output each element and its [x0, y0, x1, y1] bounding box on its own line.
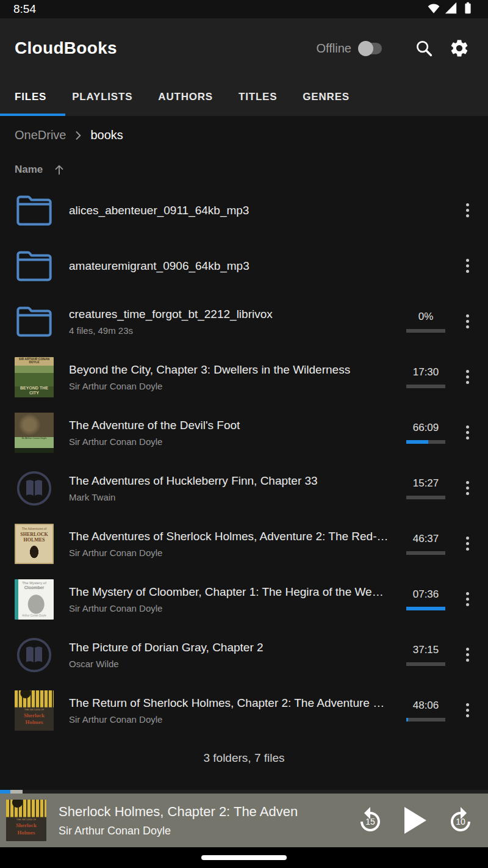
item-progress-area: 15:27: [406, 477, 445, 499]
mini-player[interactable]: THE RETURN OF Sherlock Holmes Sherlock H…: [0, 794, 488, 847]
tab-authors[interactable]: AUTHORS: [158, 91, 213, 103]
kebab-dot: [466, 209, 469, 212]
item-duration: 66:09: [413, 422, 439, 434]
item-title: creatures_time_forgot_bt_2212_librivox: [69, 308, 400, 321]
item-info: The Mystery of Cloomber, Chapter 1: The …: [69, 585, 400, 613]
item-info: The Return of Sherlock Holmes, Chapter 2…: [69, 696, 400, 725]
breadcrumb-root[interactable]: OneDrive: [15, 128, 66, 142]
home-indicator[interactable]: [201, 855, 287, 860]
audio-file-row[interactable]: THE RETURN OFSherlockHolmesThe Return of…: [0, 682, 488, 738]
file-list-panel: OneDrive books Name alices_abenteuer_091…: [0, 116, 488, 790]
item-subtitle: 4 files, 49m 23s: [69, 325, 400, 336]
item-progress-area: 37:15: [406, 644, 445, 666]
forward-10-button[interactable]: 10: [438, 801, 483, 840]
cover-text: THE RETURN OF: [6, 819, 46, 822]
cover-text: BEYOND THE CITY: [15, 386, 54, 396]
folder-icon: [15, 302, 54, 342]
item-subtitle: Mark Twain: [69, 492, 400, 502]
item-subtitle: Sir Arthur Conan Doyle: [69, 714, 400, 725]
item-menu-button[interactable]: [454, 524, 481, 563]
cover-text: SHERLOCK: [15, 532, 54, 537]
cellular-signal-icon: [444, 1, 458, 17]
toggle-thumb: [358, 41, 373, 56]
item-subtitle: Sir Arthur Conan Doyle: [69, 603, 400, 613]
item-menu-button[interactable]: [454, 247, 481, 286]
item-info: The Adventures of Huckleberry Finn, Chap…: [69, 474, 400, 502]
folder-row[interactable]: creatures_time_forgot_bt_2212_librivox4 …: [0, 294, 488, 349]
item-progress-area: 0%: [406, 311, 445, 333]
player-progress-fill: [0, 790, 10, 794]
kebab-dot: [466, 714, 469, 717]
tab-files[interactable]: FILES: [15, 91, 46, 103]
item-menu-button[interactable]: [454, 191, 481, 230]
breadcrumb-current[interactable]: books: [90, 128, 123, 142]
kebab-dot: [466, 325, 469, 328]
kebab-dot: [466, 548, 469, 551]
item-title: amateuremigrant_0906_64kb_mp3: [69, 259, 400, 273]
play-icon: [404, 807, 426, 834]
audio-file-row[interactable]: SIR ARTHUR CONAN DOYLEBEYOND THE CITYBey…: [0, 349, 488, 405]
kebab-dot: [466, 481, 469, 484]
audio-file-row[interactable]: Sir Arthur Conan DoyleThe Adventure of t…: [0, 405, 488, 460]
rewind-15-button[interactable]: 15: [348, 801, 393, 840]
audio-file-row[interactable]: The Mystery ofCloomberArthur Conan Doyle…: [0, 571, 488, 627]
item-menu-button[interactable]: [454, 413, 481, 452]
breadcrumb: OneDrive books: [0, 116, 488, 142]
sort-label: Name: [15, 164, 43, 176]
item-title: The Return of Sherlock Holmes, Chapter 2…: [69, 696, 400, 710]
settings-button[interactable]: [445, 34, 473, 62]
search-button[interactable]: [410, 34, 438, 62]
active-tab-indicator: [0, 114, 65, 116]
item-duration: 46:37: [413, 533, 439, 545]
book-cover: Sir Arthur Conan Doyle: [15, 413, 54, 453]
item-duration: 17:30: [413, 366, 439, 378]
kebab-dot: [466, 542, 469, 545]
item-menu-button[interactable]: [454, 635, 481, 675]
item-progress-fill: [406, 607, 445, 610]
folder-row[interactable]: alices_abenteuer_0911_64kb_mp3: [0, 183, 488, 238]
player-progress-bar[interactable]: [0, 790, 488, 794]
kebab-dot: [466, 259, 469, 262]
item-download-percent: 0%: [418, 311, 434, 323]
cover-text: SIR ARTHUR CONAN DOYLE: [15, 358, 54, 365]
item-progress-fill: [406, 718, 408, 722]
play-button[interactable]: [393, 801, 438, 840]
tab-genres[interactable]: GENRES: [303, 91, 350, 103]
tab-bar: FILES PLAYLISTS AUTHORS TITLES GENRES: [0, 78, 488, 116]
item-info: The Adventure of the Devil's FootSir Art…: [69, 419, 400, 447]
audio-file-row[interactable]: The Adventures ofSHERLOCKHOLMESThe Adven…: [0, 516, 488, 571]
chevron-right-icon: [72, 129, 84, 142]
item-menu-button[interactable]: [454, 358, 481, 397]
audio-file-row[interactable]: The Picture of Dorian Gray, Chapter 2Osc…: [0, 627, 488, 682]
system-navigation-bar: [0, 847, 488, 868]
item-info: alices_abenteuer_0911_64kb_mp3: [69, 204, 400, 217]
tab-playlists[interactable]: PLAYLISTS: [72, 91, 132, 103]
item-menu-button[interactable]: [454, 302, 481, 341]
kebab-dot: [466, 709, 469, 712]
item-subtitle: Oscar Wilde: [69, 659, 400, 669]
cover-text: Sherlock: [6, 822, 46, 828]
item-subtitle: Sir Arthur Conan Doyle: [69, 381, 400, 391]
folder-row[interactable]: amateuremigrant_0906_64kb_mp3: [0, 238, 488, 294]
kebab-dot: [466, 703, 469, 706]
audiobook-icon: [15, 468, 54, 508]
book-cover: The Adventures ofSHERLOCKHOLMES: [15, 524, 54, 564]
book-cover: THE RETURN OFSherlockHolmes: [15, 690, 54, 731]
audio-file-row[interactable]: The Adventures of Huckleberry Finn, Chap…: [0, 460, 488, 516]
kebab-dot: [466, 264, 469, 267]
folder-icon: [15, 190, 54, 231]
item-progress-area: 46:37: [406, 533, 445, 555]
item-menu-button[interactable]: [454, 691, 481, 730]
cloudbooks-app: 8:54 CloudBooks Offline: [0, 0, 488, 868]
item-title: The Adventure of the Devil's Foot: [69, 419, 400, 432]
item-progress-track: [406, 440, 445, 444]
item-menu-button[interactable]: [454, 580, 481, 619]
svg-text:10: 10: [456, 817, 465, 826]
tab-titles[interactable]: TITLES: [239, 91, 277, 103]
app-bar: CloudBooks Offline FILES: [0, 18, 488, 116]
item-menu-button[interactable]: [454, 469, 481, 508]
list-summary: 3 folders, 7 files: [0, 751, 488, 765]
offline-toggle[interactable]: [360, 43, 382, 54]
sort-control[interactable]: Name: [0, 142, 488, 183]
cover-text: THE RETURN OF: [15, 709, 54, 712]
